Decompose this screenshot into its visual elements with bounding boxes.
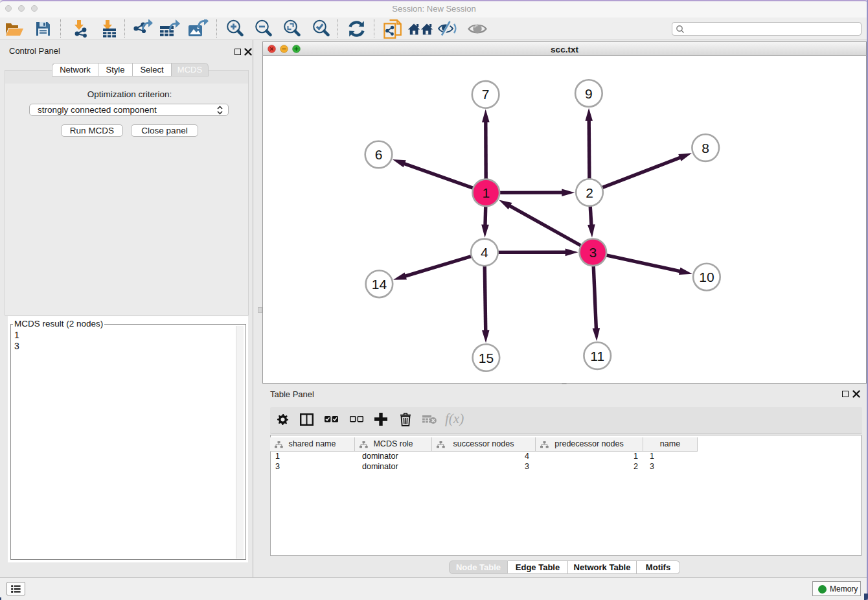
svg-text:9: 9 — [585, 86, 593, 101]
svg-text:8: 8 — [702, 141, 709, 156]
svg-text:2: 2 — [586, 185, 593, 200]
svg-text:11: 11 — [590, 349, 604, 363]
svg-text:10: 10 — [699, 270, 714, 284]
svg-text:4: 4 — [481, 245, 488, 260]
svg-text:1: 1 — [482, 185, 490, 200]
svg-text:14: 14 — [372, 277, 387, 292]
svg-text:6: 6 — [375, 147, 383, 162]
svg-text:7: 7 — [482, 87, 490, 102]
svg-text:15: 15 — [479, 351, 494, 365]
svg-text:3: 3 — [589, 245, 597, 260]
